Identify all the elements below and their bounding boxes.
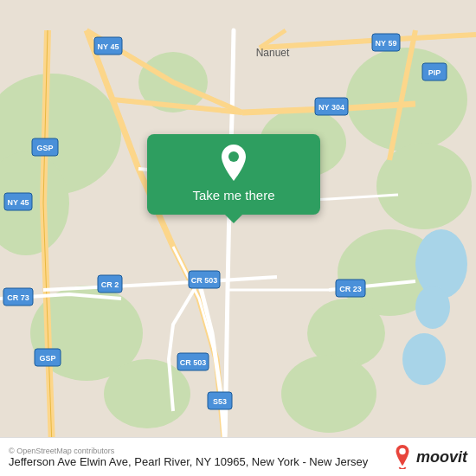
map-attribution: © OpenStreetMap contributors xyxy=(9,447,368,455)
svg-text:NY 304: NY 304 xyxy=(318,103,344,112)
location-pin-icon xyxy=(218,145,249,183)
svg-text:CR 2: CR 2 xyxy=(101,280,119,289)
svg-text:GSP: GSP xyxy=(39,354,55,363)
map-background: NY 45 NY 45 NY 59 NY 304 PIP GSP GSP CR … xyxy=(0,0,476,476)
svg-text:GSP: GSP xyxy=(36,144,53,152)
map-svg: NY 45 NY 45 NY 59 NY 304 PIP GSP GSP CR … xyxy=(0,0,476,476)
svg-text:CR 23: CR 23 xyxy=(339,285,362,293)
address-label: Jefferson Ave Elwin Ave, Pearl River, NY… xyxy=(9,455,368,468)
svg-text:CR 503: CR 503 xyxy=(191,276,218,285)
moovit-text: moovit xyxy=(416,448,467,466)
svg-text:NY 45: NY 45 xyxy=(8,198,29,207)
svg-point-13 xyxy=(415,286,450,329)
svg-text:NY 45: NY 45 xyxy=(98,42,119,51)
svg-text:NY 59: NY 59 xyxy=(376,39,397,48)
svg-text:CR 503: CR 503 xyxy=(180,358,207,367)
footer-left: © OpenStreetMap contributors Jefferson A… xyxy=(9,447,368,468)
svg-text:CR 73: CR 73 xyxy=(7,293,29,302)
svg-text:Nanuet: Nanuet xyxy=(256,47,290,59)
map-container: NY 45 NY 45 NY 59 NY 304 PIP GSP GSP CR … xyxy=(0,0,476,476)
moovit-logo: moovit xyxy=(392,445,467,469)
svg-text:PIP: PIP xyxy=(428,68,441,77)
svg-point-42 xyxy=(228,151,239,162)
moovit-pin-icon xyxy=(392,445,413,469)
svg-text:S53: S53 xyxy=(213,397,227,406)
svg-point-43 xyxy=(399,448,405,454)
footer: © OpenStreetMap contributors Jefferson A… xyxy=(0,437,476,476)
take-me-there-button[interactable]: Take me there xyxy=(147,134,320,215)
svg-point-14 xyxy=(402,333,446,385)
svg-point-12 xyxy=(415,229,467,299)
popup-label: Take me there xyxy=(192,188,274,203)
svg-point-11 xyxy=(281,355,376,433)
